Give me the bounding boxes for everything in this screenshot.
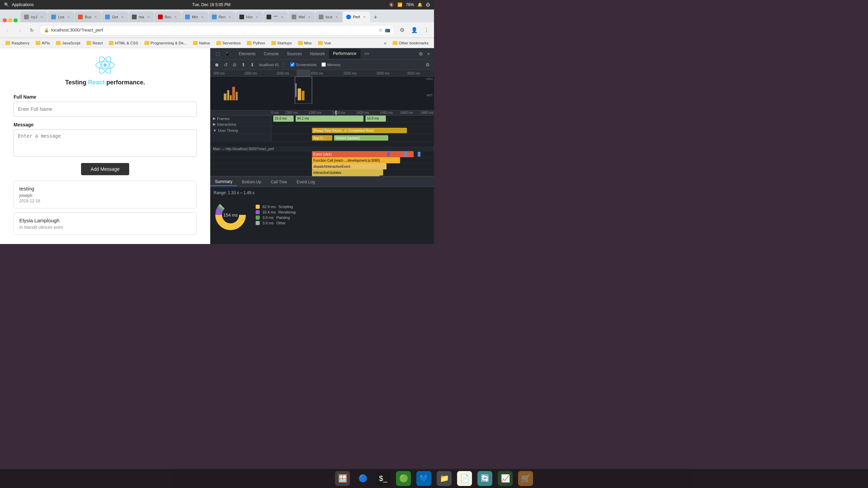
message-card-0: testing joseph 2018-12-18 <box>14 181 197 208</box>
window-minimize[interactable] <box>8 18 12 22</box>
bookmark-serverless[interactable]: Serverless <box>214 40 243 46</box>
call-interactive-updates1[interactable]: interactiveUpdates$1 <box>312 176 380 176</box>
url-bar[interactable]: 🔒 localhost:3000/?react_perf ☆ 📺 <box>39 25 395 35</box>
tab-rea[interactable]: rea × <box>129 12 154 22</box>
user-timing-triangle[interactable]: ▼ <box>213 128 217 133</box>
bookmark-startups[interactable]: Startups <box>269 40 295 46</box>
reload-record-button[interactable]: ↺ <box>222 61 229 68</box>
memory-checkbox[interactable]: Memory <box>321 62 341 67</box>
devtools-tab-console[interactable]: Console <box>260 49 283 58</box>
forward-button[interactable]: › <box>15 25 24 35</box>
bottom-tab-eventlog[interactable]: Event Log <box>292 178 320 186</box>
bookmark-native[interactable]: Native <box>190 40 213 46</box>
devtools-gear-button[interactable]: ⚙ <box>424 61 431 68</box>
app-menu-label[interactable]: Applications <box>12 2 34 7</box>
detail-ruler: 0 ms 1360 ms 1380 ms 1400 ms 1420 ms 144… <box>210 110 434 116</box>
devtools-tab-more[interactable]: >> <box>360 49 373 58</box>
message-preview-1: In blandit ultrices enim <box>19 225 191 230</box>
user-timing-visitors-block[interactable]: Visitors [update] <box>334 135 388 141</box>
devtools-settings-button[interactable]: ⚙ <box>417 50 425 57</box>
timeline-area[interactable]: 500 ms 1000 ms 1500 ms 2000 ms 2500 ms 3… <box>210 70 434 110</box>
bookmark-other[interactable]: Other bookmarks <box>390 40 431 46</box>
new-tab-button[interactable]: + <box>372 13 379 22</box>
notification-icon[interactable]: 🔔 <box>417 2 422 7</box>
frames-triangle[interactable]: ▶ <box>213 116 216 121</box>
tab-min[interactable]: Min × <box>182 12 208 22</box>
bookmark-misc[interactable]: Misc <box>295 40 315 46</box>
frames-label: ▶ Frames <box>210 116 271 122</box>
bookmark-html[interactable]: HTML & CSS <box>106 40 141 46</box>
bookmark-python[interactable]: Python <box>244 40 268 46</box>
bookmark-programming[interactable]: Programming & De... <box>142 40 190 46</box>
reload-button[interactable]: ↻ <box>27 25 37 35</box>
tab-loca[interactable]: loca × <box>315 12 342 22</box>
message-card-1: Elysia Lamplough In blandit ultrices eni… <box>14 212 197 235</box>
star-icon[interactable]: ☆ <box>379 27 383 33</box>
back-button[interactable]: ‹ <box>3 25 12 35</box>
power-icon[interactable]: ⏻ <box>426 2 430 7</box>
download-button[interactable]: ⬇ <box>249 61 256 68</box>
pie-center-text: 154 ms <box>223 212 238 218</box>
user-timing-app-block[interactable]: App U... <box>312 135 332 141</box>
bottom-tab-bottomup[interactable]: Bottom-Up <box>237 178 266 186</box>
window-close[interactable] <box>3 18 7 22</box>
interactions-triangle[interactable]: ▶ <box>213 122 216 126</box>
clear-button[interactable]: ⊘ <box>231 61 238 68</box>
devtools-tab-performance[interactable]: Performance <box>329 49 360 59</box>
bookmark-vue[interactable]: Vue <box>315 40 334 46</box>
svg-text:1500 ms: 1500 ms <box>276 72 289 75</box>
upload-button[interactable]: ⬆ <box>240 61 247 68</box>
call-function[interactable]: Function Call (react-....development.js:… <box>312 157 400 163</box>
frames-row: ▶ Frames 16.6 ms 94.1 ms 16.8 ms <box>210 116 434 122</box>
bottom-tab-summary[interactable]: Summary <box>210 178 237 186</box>
tab-close-icyj[interactable]: × <box>39 15 44 19</box>
message-input[interactable] <box>14 129 197 157</box>
tab-icyj[interactable]: icyJ × <box>21 12 47 22</box>
interactions-label: ▶ Interactions <box>210 122 271 127</box>
other-label: Other <box>276 221 286 225</box>
bookmarks-more-button[interactable]: » <box>382 40 388 46</box>
tab-bus[interactable]: Bus × <box>75 12 101 22</box>
devtools-tab-network[interactable]: Network <box>306 49 329 58</box>
bookmark-raspberry[interactable]: Raspberry <box>3 40 32 46</box>
tab-lea[interactable]: Lea × <box>48 12 74 22</box>
tab-bar: icyJ × Lea × Bus × Get × rea × Boc × <box>0 9 434 22</box>
devtools-device-button[interactable]: 📱 <box>222 49 232 59</box>
record-button[interactable]: ⏺ <box>213 61 220 68</box>
profile-button[interactable]: 👤 <box>410 25 419 35</box>
bookmark-javascript[interactable]: JavaScript <box>53 40 83 46</box>
tab-perf[interactable]: Perf × <box>343 12 370 22</box>
extensions-button[interactable]: ⚙ <box>397 25 407 35</box>
bookmark-apis[interactable]: APIs <box>33 40 53 46</box>
volume-icon[interactable]: 🔇 <box>389 2 394 7</box>
tab-ren[interactable]: Ren × <box>209 12 236 22</box>
window-maximize[interactable] <box>14 18 18 22</box>
user-timing-subrow: App U... 58.90 ms ✱ ✱ (React Tree Reconc… <box>271 134 434 141</box>
svg-rect-16 <box>236 92 238 100</box>
menu-button[interactable]: ⋮ <box>422 25 431 35</box>
legend-list: 62.9 ms Scripting 10.4 ms Rendering <box>256 205 296 225</box>
devtools-inspect-button[interactable]: ⬚ <box>213 49 222 59</box>
tab-misc[interactable]: *** × <box>263 12 288 22</box>
url-text: localhost:3000/?react_perf <box>51 27 103 33</box>
svg-rect-14 <box>230 95 232 100</box>
call-event-click[interactable]: Event (click) <box>312 151 414 157</box>
tab-hov[interactable]: Hov × <box>236 12 263 22</box>
devtools-tab-elements[interactable]: Elements <box>235 49 260 58</box>
call-dispatch[interactable]: dispatchInteractiveEvent <box>312 163 387 169</box>
screenshots-checkbox[interactable]: Screenshots <box>290 62 317 67</box>
tab-boc[interactable]: Boc × <box>155 12 181 22</box>
devtools-tab-sources[interactable]: Sources <box>283 49 306 58</box>
call-interactive-updates[interactable]: interactiveUpdates <box>312 169 383 176</box>
devtools-close-button[interactable]: × <box>426 50 431 57</box>
tab-get[interactable]: Get × <box>102 12 128 22</box>
user-timing-content: (React Tree Recon...n: Completed Root) <box>271 127 434 134</box>
bottom-tab-calltree[interactable]: Call Tree <box>266 178 292 186</box>
bookmark-react[interactable]: React <box>84 40 105 46</box>
tab-wel[interactable]: Wel × <box>288 12 315 22</box>
add-message-button[interactable]: Add Message <box>81 163 129 175</box>
user-timing-block-0[interactable]: (React Tree Recon...n: Completed Root) <box>312 128 407 133</box>
full-name-input[interactable] <box>14 102 197 117</box>
cast-icon[interactable]: 📺 <box>385 27 390 33</box>
legend-scripting: 62.9 ms Scripting <box>256 205 296 209</box>
